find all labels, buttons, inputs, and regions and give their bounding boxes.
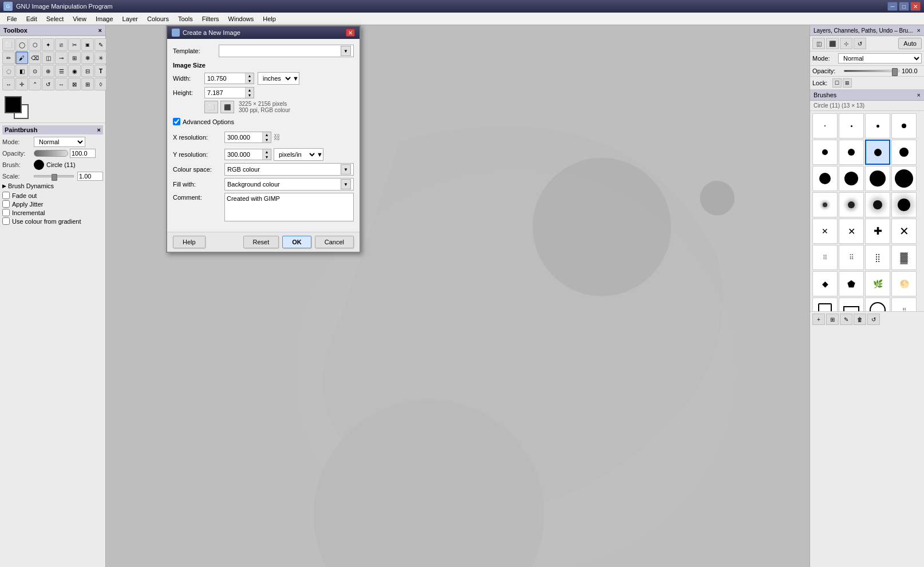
menu-item-view[interactable]: View [68,14,91,23]
foreground-color[interactable] [5,96,22,113]
brush-toolbar-delete[interactable]: 🗑 [854,314,866,325]
layers-toolbar-btn-3[interactable]: ⊹ [840,38,852,49]
landscape-button[interactable]: ⬛ [220,101,234,113]
layers-toolbar-btn-2[interactable]: ⬛ [826,38,839,49]
scissors-tool[interactable]: ✂ [68,38,81,51]
select-by-color-tool[interactable]: ⎚ [55,38,68,51]
shear-tool[interactable]: ⊠ [68,78,81,90]
incremental-checkbox[interactable] [2,209,10,216]
heal-tool[interactable]: ❋ [81,51,94,64]
layers-toolbar-btn-4[interactable]: ↺ [854,38,866,49]
brush-item[interactable]: ▓ [891,245,917,270]
colour-space-dropdown[interactable]: RGB colour ▼ [224,163,354,176]
brush-item[interactable] [891,140,917,165]
paths-tool[interactable]: ✎ [94,38,107,51]
opacity-slider[interactable] [34,150,68,157]
blend-tool[interactable]: ◉ [68,65,81,77]
y-resolution-input[interactable] [225,150,262,159]
width-down-button[interactable]: ▼ [246,78,254,84]
apply-jitter-checkbox[interactable] [2,200,10,208]
brush-item[interactable]: ✕ [812,219,838,244]
y-res-up-button[interactable]: ▲ [263,149,271,154]
eraser-tool[interactable]: ⌫ [29,51,41,64]
brush-item[interactable]: 🌿 [865,271,890,296]
brush-toolbar-duplicate[interactable]: ⊞ [826,314,839,325]
menu-item-tools[interactable]: Tools [173,14,198,23]
brush-item[interactable] [812,192,838,217]
dialog-close-button[interactable]: ✕ [346,29,355,37]
height-up-button[interactable]: ▲ [246,88,254,93]
minimize-button[interactable]: ─ [887,2,898,11]
scale-tool[interactable]: ↔ [55,78,68,90]
layers-toolbar-btn-1[interactable]: ◫ [812,38,825,49]
brush-item[interactable] [839,140,864,165]
fade-out-checkbox[interactable] [2,192,10,199]
brush-item[interactable] [865,113,890,138]
brush-item[interactable] [839,298,864,311]
brush-toolbar-edit[interactable]: ✎ [840,314,852,325]
colour-space-arrow[interactable]: ▼ [341,164,351,175]
brush-item[interactable] [812,140,838,165]
menu-item-file[interactable]: File [2,14,22,23]
crop-tool[interactable]: ⌃ [29,78,41,90]
layers-panel-close-icon[interactable]: × [917,27,921,34]
units-dropdown[interactable]: inches pixels cm mm ▼ [258,72,299,85]
brush-item[interactable] [891,192,917,217]
menu-item-help[interactable]: Help [258,14,281,23]
brush-item[interactable] [865,166,890,191]
brush-item-selected[interactable] [865,140,890,165]
res-units-select[interactable]: pixels/in pixels/cm [274,149,317,160]
scale-input[interactable] [77,172,103,181]
brush-item[interactable] [891,166,917,191]
brush-item[interactable]: ⠿ [839,245,864,270]
units-select[interactable]: inches pixels cm mm [258,73,293,84]
brush-toolbar-new[interactable]: + [812,314,825,325]
menu-item-filters[interactable]: Filters [198,14,224,23]
brush-item[interactable] [891,113,917,138]
height-down-button[interactable]: ▼ [246,93,254,98]
fill-with-dropdown[interactable]: Background colour ▼ [224,178,354,191]
width-up-button[interactable]: ▲ [246,73,254,78]
brush-item[interactable]: ✚ [865,219,890,244]
x-res-down-button[interactable]: ▼ [263,137,271,142]
width-input[interactable] [205,74,245,83]
maximize-button[interactable]: □ [899,2,909,11]
menu-item-image[interactable]: Image [91,14,118,23]
advanced-options-toggle[interactable]: Advanced Options [173,118,354,125]
ellipse-select-tool[interactable]: ◯ [15,38,28,51]
lock-paint-icon[interactable]: ⊞ [843,78,852,88]
color-picker-tool[interactable]: ⊟ [81,65,94,77]
brush-item[interactable]: ✕ [839,219,864,244]
dodge-burn-tool[interactable]: ⊕ [42,65,54,77]
pencil-tool[interactable]: ✏ [2,51,15,64]
x-res-up-button[interactable]: ▲ [263,132,271,137]
rotate-tool[interactable]: ↺ [42,78,54,90]
brush-item[interactable] [812,113,838,138]
brush-item[interactable]: 🌕 [891,271,917,296]
layers-opacity-slider[interactable] [844,70,899,72]
y-res-down-button[interactable]: ▼ [263,154,271,160]
menu-item-colours[interactable]: Colours [143,14,173,23]
toolbox-close-icon[interactable]: × [98,27,102,34]
brush-item[interactable]: ⠿ [812,245,838,270]
text-tool[interactable]: T [94,65,107,77]
portrait-button[interactable]: ⬜ [204,101,218,113]
ok-button[interactable]: OK [282,236,311,248]
use-colour-gradient-checkbox[interactable] [2,217,10,225]
bucket-fill-tool[interactable]: ☰ [55,65,68,77]
menu-item-edit[interactable]: Edit [22,14,42,23]
height-input[interactable] [205,88,245,97]
brush-item[interactable]: ⬟ [839,271,864,296]
menu-item-layer[interactable]: Layer [118,14,143,23]
paintbrush-tool[interactable]: 🖌 [15,51,28,64]
perspective-clone-tool[interactable]: ✳ [94,51,107,64]
brush-item[interactable] [839,166,864,191]
ink-tool[interactable]: ⊸ [55,51,68,64]
brush-item[interactable] [865,298,890,311]
brush-item[interactable]: ✕ [891,219,917,244]
smudge-tool[interactable]: ⊙ [29,65,41,77]
scale-slider[interactable] [34,175,74,177]
free-select-tool[interactable]: ⬡ [29,38,41,51]
brush-item[interactable] [812,298,838,311]
sharpen-tool[interactable]: ◧ [15,65,28,77]
